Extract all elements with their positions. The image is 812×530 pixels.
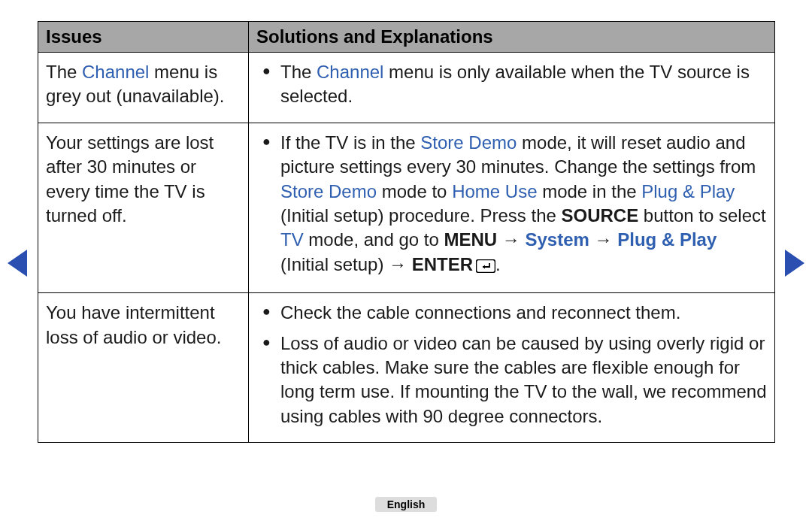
enter-icon: [476, 255, 495, 279]
table-row: Your settings are lost after 30 minutes …: [38, 123, 775, 292]
text: mode, and go to: [304, 229, 444, 250]
issue-cell: You have intermittent loss of audio or v…: [38, 293, 249, 443]
highlight: Plug & Play: [641, 181, 735, 201]
highlight: Store Demo: [420, 132, 517, 153]
list-item: If the TV is in the Store Demo mode, it …: [259, 131, 767, 279]
arrow-text: →: [497, 229, 525, 250]
text: (Initial setup) procedure. Press the: [280, 205, 562, 226]
highlight: Channel: [317, 62, 383, 82]
bold-text: ENTER: [412, 254, 473, 274]
solution-cell: Check the cable connections and reconnec…: [249, 293, 775, 443]
list-item: Loss of audio or video can be caused by …: [259, 332, 767, 429]
text: The: [46, 62, 82, 82]
prev-page-arrow[interactable]: [8, 250, 27, 277]
bullet-list: If the TV is in the Store Demo mode, it …: [259, 131, 767, 279]
text: (Initial setup) →: [280, 254, 412, 274]
next-page-arrow[interactable]: [785, 250, 804, 277]
highlight: Home Use: [452, 181, 537, 201]
text: .: [495, 254, 501, 274]
text: button to select: [638, 205, 765, 226]
list-item: Check the cable connections and reconnec…: [259, 301, 767, 325]
text: mode in the: [538, 181, 642, 201]
bold-text: MENU: [444, 229, 497, 250]
svg-rect-0: [477, 259, 495, 272]
text: If the TV is in the: [280, 132, 420, 153]
header-solutions: Solutions and Explanations: [249, 22, 775, 53]
bullet-list: Check the cable connections and reconnec…: [259, 301, 767, 429]
highlight: Plug & Play: [617, 229, 717, 250]
manual-page: Issues Solutions and Explanations The Ch…: [0, 0, 812, 530]
table-row: You have intermittent loss of audio or v…: [38, 293, 775, 443]
bullet-list: The Channel menu is only available when …: [259, 60, 767, 109]
bold-text: SOURCE: [562, 205, 639, 226]
text: The: [280, 62, 317, 82]
issue-cell: The Channel menu is grey out (unavailabl…: [38, 53, 249, 123]
highlight: TV: [280, 229, 304, 250]
language-badge: English: [375, 497, 438, 512]
table-row: The Channel menu is grey out (unavailabl…: [38, 53, 775, 123]
issue-cell: Your settings are lost after 30 minutes …: [38, 123, 249, 292]
arrow-text: →: [589, 229, 617, 250]
highlight: System: [525, 229, 589, 250]
solution-cell: If the TV is in the Store Demo mode, it …: [249, 123, 775, 292]
header-issues: Issues: [38, 22, 249, 53]
highlight: Channel: [82, 62, 149, 82]
list-item: The Channel menu is only available when …: [259, 60, 767, 109]
footer: English: [0, 497, 812, 512]
highlight: Store Demo: [280, 181, 377, 201]
troubleshooting-table: Issues Solutions and Explanations The Ch…: [38, 21, 775, 443]
text: mode to: [377, 181, 452, 201]
solution-cell: The Channel menu is only available when …: [249, 53, 775, 123]
